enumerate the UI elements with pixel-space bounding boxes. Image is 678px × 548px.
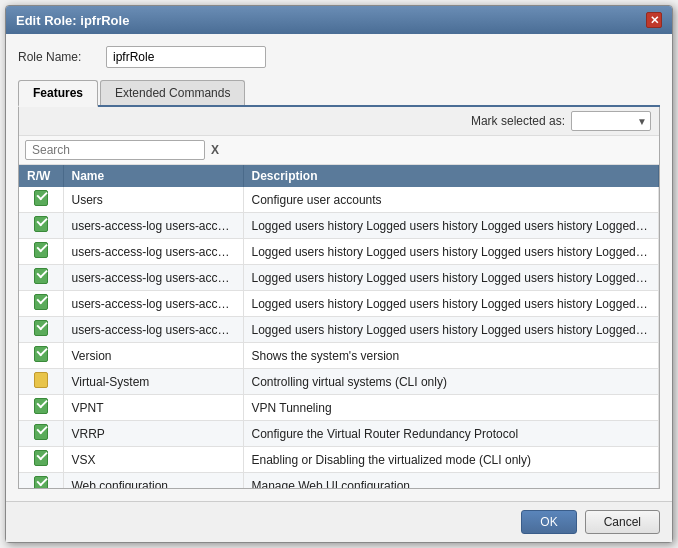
feature-name: VRRP [63, 421, 243, 447]
green-check-icon [34, 190, 48, 206]
dialog-titlebar: Edit Role: ipfrRole ✕ [6, 6, 672, 34]
feature-description: Enabling or Disabling the virtualized mo… [243, 447, 659, 473]
rw-icon-cell [19, 395, 63, 421]
feature-name: Virtual-System [63, 369, 243, 395]
dialog-body: Role Name: Features Extended Commands Ma… [6, 34, 672, 501]
table-row[interactable]: users-access-log users-access-...Logged … [19, 291, 659, 317]
table-header-row: R/W Name Description [19, 165, 659, 187]
mark-selected-dropdown-wrapper: Read Write ▼ [571, 111, 651, 131]
rw-icon-cell [19, 343, 63, 369]
rw-icon-cell [19, 473, 63, 489]
feature-description: Configure user accounts [243, 187, 659, 213]
dialog-footer: OK Cancel [6, 501, 672, 542]
table-row[interactable]: users-access-log users-access-...Logged … [19, 239, 659, 265]
tab-content: Mark selected as: Read Write ▼ X [18, 107, 660, 489]
rw-icon-cell [19, 369, 63, 395]
green-check-icon [34, 294, 48, 310]
feature-description: Logged users history Logged users histor… [243, 317, 659, 343]
col-header-rw: R/W [19, 165, 63, 187]
rw-icon-cell [19, 291, 63, 317]
green-check-icon [34, 242, 48, 258]
table-row[interactable]: VPNTVPN Tunneling [19, 395, 659, 421]
feature-name: users-access-log users-access-... [63, 265, 243, 291]
role-name-input[interactable] [106, 46, 266, 68]
feature-description: Logged users history Logged users histor… [243, 239, 659, 265]
table-row[interactable]: users-access-log users-access-...Logged … [19, 265, 659, 291]
feature-name: users-access-log users-access-... [63, 213, 243, 239]
green-check-icon [34, 216, 48, 232]
rw-icon-cell [19, 265, 63, 291]
green-check-icon [34, 320, 48, 336]
table-row[interactable]: users-access-log users-access-...Logged … [19, 317, 659, 343]
rw-icon-cell [19, 447, 63, 473]
role-name-row: Role Name: [18, 46, 660, 68]
role-name-label: Role Name: [18, 50, 98, 64]
green-check-icon [34, 476, 48, 488]
feature-description: Logged users history Logged users histor… [243, 291, 659, 317]
tab-extended-commands[interactable]: Extended Commands [100, 80, 245, 105]
rw-icon-cell [19, 421, 63, 447]
edit-role-dialog: Edit Role: ipfrRole ✕ Role Name: Feature… [5, 5, 673, 543]
pencil-icon [34, 372, 48, 388]
green-check-icon [34, 346, 48, 362]
search-input[interactable] [25, 140, 205, 160]
feature-description: Configure the Virtual Router Redundancy … [243, 421, 659, 447]
feature-name: Users [63, 187, 243, 213]
green-check-icon [34, 424, 48, 440]
col-header-name: Name [63, 165, 243, 187]
rw-icon-cell [19, 317, 63, 343]
tab-features[interactable]: Features [18, 80, 98, 107]
close-button[interactable]: ✕ [646, 12, 662, 28]
feature-description: Manage Web UI configuration [243, 473, 659, 489]
feature-name: users-access-log users-access-... [63, 291, 243, 317]
mark-selected-dropdown[interactable]: Read Write [571, 111, 651, 131]
feature-name: users-access-log users-access-... [63, 239, 243, 265]
table-row[interactable]: VRRPConfigure the Virtual Router Redunda… [19, 421, 659, 447]
ok-button[interactable]: OK [521, 510, 576, 534]
tabs-bar: Features Extended Commands [18, 80, 660, 107]
table-row[interactable]: UsersConfigure user accounts [19, 187, 659, 213]
dialog-title: Edit Role: ipfrRole [16, 13, 129, 28]
feature-name: VSX [63, 447, 243, 473]
green-check-icon [34, 398, 48, 414]
feature-name: Web configuration [63, 473, 243, 489]
mark-selected-label: Mark selected as: [471, 114, 565, 128]
feature-name: users-access-log users-access-... [63, 317, 243, 343]
table-row[interactable]: Virtual-SystemControlling virtual system… [19, 369, 659, 395]
table-container: R/W Name Description UsersConfigure user… [19, 165, 659, 488]
cancel-button[interactable]: Cancel [585, 510, 660, 534]
mark-selected-row: Mark selected as: Read Write ▼ [19, 107, 659, 136]
green-check-icon [34, 268, 48, 284]
feature-name: VPNT [63, 395, 243, 421]
rw-icon-cell [19, 239, 63, 265]
feature-description: Shows the system's version [243, 343, 659, 369]
feature-name: Version [63, 343, 243, 369]
table-row[interactable]: VersionShows the system's version [19, 343, 659, 369]
green-check-icon [34, 450, 48, 466]
feature-description: Controlling virtual systems (CLI only) [243, 369, 659, 395]
feature-description: Logged users history Logged users histor… [243, 265, 659, 291]
feature-description: VPN Tunneling [243, 395, 659, 421]
col-header-description: Description [243, 165, 659, 187]
table-row[interactable]: users-access-log users-access-...Logged … [19, 213, 659, 239]
features-table: R/W Name Description UsersConfigure user… [19, 165, 659, 488]
rw-icon-cell [19, 187, 63, 213]
feature-description: Logged users history Logged users histor… [243, 213, 659, 239]
search-row: X [19, 136, 659, 165]
search-clear-button[interactable]: X [211, 143, 219, 157]
table-row[interactable]: Web configurationManage Web UI configura… [19, 473, 659, 489]
table-row[interactable]: VSXEnabling or Disabling the virtualized… [19, 447, 659, 473]
rw-icon-cell [19, 213, 63, 239]
